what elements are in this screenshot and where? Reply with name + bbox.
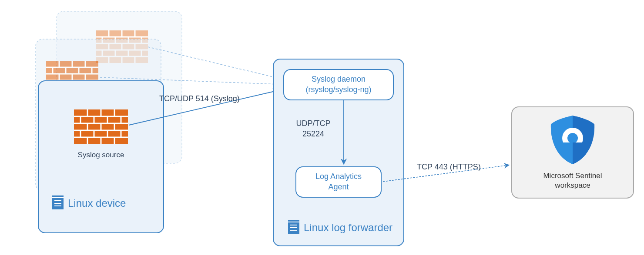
la-agent-line1: Log Analytics (315, 172, 362, 181)
syslog-daemon-box (284, 70, 393, 100)
linux-device-title: Linux device (68, 197, 126, 209)
forwarder-title: Linux log forwarder (304, 222, 392, 233)
architecture-diagram: rce e Syslog source Linux de (0, 0, 644, 255)
la-agent-line2: Agent (328, 182, 349, 191)
syslog-source-label: Syslog source (78, 151, 124, 159)
sentinel-line1: Microsoft Sentinel (543, 172, 602, 180)
linux-device: Syslog source Linux device (38, 81, 164, 233)
syslog-daemon-line2: (rsyslog/syslog-ng) (305, 85, 371, 94)
internal-port-line1: UDP/TCP (296, 119, 330, 128)
svg-point-98 (567, 133, 578, 143)
sentinel-workspace: Microsoft Sentinel workspace (512, 107, 634, 198)
edge-syslog-label: TCP/UDP 514 (Syslog) (159, 94, 240, 103)
sentinel-line2: workspace (554, 181, 590, 189)
document-icon (52, 195, 64, 209)
svg-rect-81 (288, 222, 299, 222)
shield-icon (547, 113, 599, 169)
internal-port-line2: 25224 (302, 129, 324, 138)
linux-log-forwarder: Syslog daemon (rsyslog/syslog-ng) UDP/TC… (273, 59, 404, 246)
document-icon (288, 220, 299, 234)
svg-rect-75 (52, 197, 64, 198)
syslog-daemon-line1: Syslog daemon (312, 75, 366, 83)
edge-https-label: TCP 443 (HTTPS) (417, 162, 481, 171)
log-analytics-agent-box (296, 167, 381, 197)
